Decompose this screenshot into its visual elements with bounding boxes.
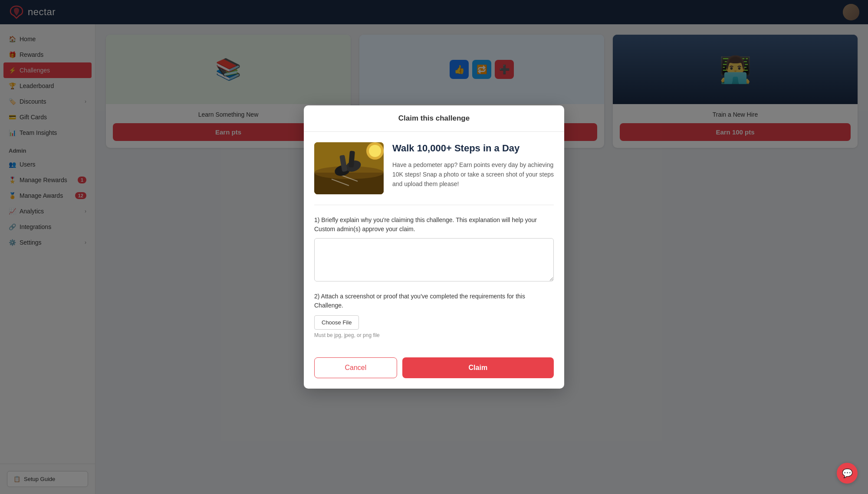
modal-header: Claim this challenge <box>304 105 564 132</box>
claim-button[interactable]: Claim <box>402 357 554 378</box>
attach-proof-section: 2) Attach a screenshot or proof that you… <box>314 292 554 338</box>
svg-point-10 <box>369 145 381 157</box>
challenge-image <box>314 142 384 194</box>
challenge-title: Walk 10,000+ Steps in a Day <box>392 142 554 155</box>
modal-title: Claim this challenge <box>314 114 554 123</box>
chat-button[interactable]: 💬 <box>837 463 858 484</box>
challenge-description: Have a pedometer app? Earn points every … <box>392 160 554 189</box>
choose-file-button[interactable]: Choose File <box>314 315 359 330</box>
file-hint-text: Must be jpg, jpeg, or png file <box>314 332 554 338</box>
modal-body: Walk 10,000+ Steps in a Day Have a pedom… <box>304 132 564 349</box>
file-upload-area: Choose File Must be jpg, jpeg, or png fi… <box>314 315 554 338</box>
step2-label: 2) Attach a screenshot or proof that you… <box>314 292 554 310</box>
challenge-image-inner <box>314 142 384 194</box>
claim-challenge-modal: Claim this challenge <box>304 105 564 389</box>
step1-label: 1) Briefly explain why you're claiming t… <box>314 216 554 234</box>
cancel-button[interactable]: Cancel <box>314 357 397 378</box>
explanation-textarea[interactable] <box>314 238 554 281</box>
chat-icon: 💬 <box>842 468 853 478</box>
challenge-info-section: Walk 10,000+ Steps in a Day Have a pedom… <box>314 142 554 205</box>
walking-illustration <box>314 142 384 194</box>
challenge-details: Walk 10,000+ Steps in a Day Have a pedom… <box>392 142 554 194</box>
claim-explanation-section: 1) Briefly explain why you're claiming t… <box>314 216 554 283</box>
modal-overlay[interactable]: Claim this challenge <box>0 0 868 494</box>
modal-footer: Cancel Claim <box>304 349 564 389</box>
